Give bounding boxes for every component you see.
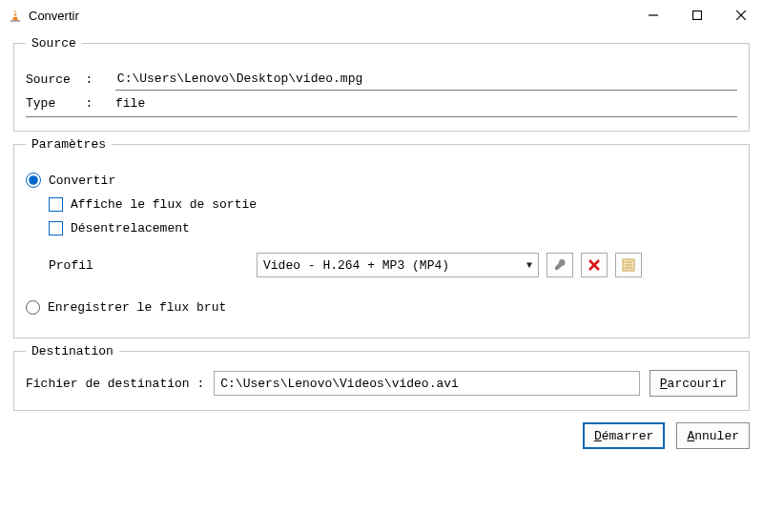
deinterlace-label: Désentrelacement (71, 221, 190, 235)
source-legend: Source (26, 36, 82, 51)
svg-rect-1 (13, 12, 17, 14)
type-label: Type (26, 96, 71, 111)
source-row: Source : (26, 68, 737, 91)
delete-profile-button[interactable] (581, 253, 608, 277)
title-bar: Convertir (0, 0, 763, 31)
params-legend: Paramètres (26, 137, 112, 152)
source-label: Source (26, 72, 71, 87)
dest-legend: Destination (26, 344, 119, 358)
convert-radio-row[interactable]: Convertir (26, 173, 737, 188)
footer: Démarrer Annuler (0, 411, 763, 460)
close-button[interactable] (719, 0, 763, 31)
profile-label: Profil (49, 258, 249, 273)
close-icon (736, 10, 746, 20)
colon: : (71, 96, 108, 111)
browse-label-rest: arcourir (668, 377, 727, 391)
cancel-button[interactable]: Annuler (676, 422, 750, 449)
dest-row: Fichier de destination : Parcourir (26, 370, 737, 397)
source-group: Source Source : Type : file (13, 36, 750, 132)
chevron-down-icon: ▼ (526, 260, 532, 271)
minimize-icon (649, 10, 658, 20)
maximize-icon (692, 10, 702, 20)
convert-label: Convertir (49, 174, 115, 188)
record-raw-label: Enregistrer le flux brut (48, 300, 226, 315)
svg-marker-0 (12, 10, 18, 21)
record-raw-radio[interactable] (26, 300, 40, 315)
svg-rect-3 (10, 20, 20, 22)
show-output-check-row[interactable]: Affiche le flux de sortie (49, 197, 737, 212)
source-input[interactable] (115, 68, 737, 91)
dest-input[interactable] (214, 371, 640, 396)
type-row: Type : file (26, 96, 737, 111)
svg-rect-2 (12, 15, 17, 17)
start-button[interactable]: Démarrer (583, 422, 665, 449)
profile-selected: Video - H.264 + MP3 (MP4) (263, 258, 449, 273)
convert-radio[interactable] (26, 173, 41, 188)
wrench-icon (553, 258, 567, 272)
record-raw-radio-row[interactable]: Enregistrer le flux brut (26, 300, 737, 315)
params-group: Paramètres Convertir Affiche le flux de … (13, 137, 750, 338)
show-output-label: Affiche le flux de sortie (71, 197, 257, 212)
dest-label: Fichier de destination : (26, 377, 204, 391)
browse-button[interactable]: Parcourir (650, 370, 737, 397)
edit-profile-button[interactable] (546, 253, 573, 277)
colon: : (71, 72, 108, 87)
window-title: Convertir (29, 9, 631, 23)
svg-rect-5 (693, 11, 702, 20)
delete-icon (588, 259, 600, 271)
vlc-cone-icon (8, 8, 23, 23)
dest-group: Destination Fichier de destination : Par… (13, 344, 750, 411)
maximize-button[interactable] (675, 0, 719, 31)
type-value: file (115, 96, 145, 111)
divider (26, 116, 737, 117)
new-profile-button[interactable] (615, 253, 642, 277)
profile-row: Profil Video - H.264 + MP3 (MP4) ▼ (26, 253, 737, 277)
new-profile-icon (622, 258, 635, 272)
deinterlace-check-row[interactable]: Désentrelacement (49, 221, 737, 235)
minimize-button[interactable] (631, 0, 675, 31)
show-output-checkbox[interactable] (49, 197, 63, 212)
profile-select[interactable]: Video - H.264 + MP3 (MP4) ▼ (257, 253, 539, 277)
deinterlace-checkbox[interactable] (49, 221, 63, 235)
